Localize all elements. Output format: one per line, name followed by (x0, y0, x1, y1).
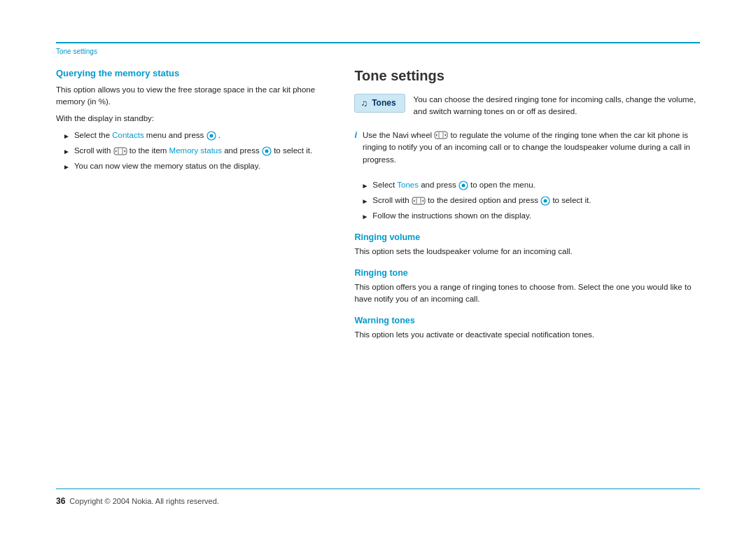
right-bullet-3: ► Follow the instructions shown on the d… (361, 210, 700, 222)
music-note-icon: ♫ (360, 98, 368, 108)
tones-link: Tones (397, 181, 419, 189)
footer-copyright: Copyright © 2004 Nokia. All rights reser… (69, 497, 219, 505)
right-bullet-2: ► Scroll with to the desired option and … (361, 195, 700, 206)
right-bullet-1: ► Select Tones and press to open the men… (361, 179, 700, 191)
warning-tones-title: Warning tones (354, 316, 700, 325)
right-bullet-arrow-1: ► (361, 181, 368, 191)
bullet-arrow-1: ► (63, 131, 70, 141)
svg-point-8 (265, 150, 268, 153)
svg-marker-17 (414, 199, 415, 202)
right-section-title: Tone settings (354, 68, 700, 84)
svg-marker-18 (422, 199, 424, 202)
left-bullet-2: ► Scroll with to the ite (63, 145, 326, 157)
memory-status-link: Memory status (169, 146, 222, 155)
left-bullet-3-text: You can now view the memory status on th… (74, 160, 260, 172)
ringing-tone-text: This option offers you a range of ringin… (354, 281, 700, 307)
press-icon-1 (206, 131, 218, 139)
right-bullet-3-text: Follow the instructions shown on the dis… (372, 210, 531, 222)
left-bullet-1: ► Select the Contacts menu and press . (63, 129, 326, 141)
right-bullet-arrow-2: ► (361, 196, 368, 206)
right-intro: ♫ Tones You can choose the desired ringi… (354, 94, 700, 120)
contacts-link: Contacts (112, 131, 144, 139)
left-bullet-3: ► You can now view the memory status on … (63, 160, 326, 172)
top-rule (56, 42, 700, 43)
svg-marker-3 (115, 150, 117, 153)
page-number: 36 (56, 496, 65, 506)
info-text: Use the Navi wheel to regulate the volum… (363, 129, 700, 167)
info-icon: i (354, 129, 357, 140)
left-bullet-1-text: Select the Contacts menu and press . (74, 129, 220, 141)
tones-badge-label: Tones (372, 98, 396, 108)
ringing-volume-text: This option sets the loudspeaker volume … (354, 246, 700, 258)
press-icon-2 (262, 146, 274, 155)
ringing-volume-title: Ringing volume (354, 232, 700, 242)
page-footer: 36 Copyright © 2004 Nokia. All rights re… (56, 489, 700, 506)
right-bullet-1-text: Select Tones and press to open the menu. (372, 179, 535, 191)
breadcrumb: Tone settings (56, 48, 700, 55)
left-intro-text: This option allows you to view the free … (56, 84, 326, 109)
content-area: Querying the memory status This option a… (56, 68, 700, 489)
right-bullet-arrow-3: ► (361, 211, 368, 222)
info-box: i Use the Navi wheel to regulate the vol… (354, 129, 700, 171)
svg-marker-10 (436, 134, 438, 136)
bullet-arrow-3: ► (63, 162, 70, 172)
right-bullet-list: ► Select Tones and press to open the men… (361, 179, 700, 223)
right-intro-text: You can choose the desired ringing tone … (414, 94, 700, 119)
svg-marker-4 (124, 150, 125, 153)
left-bullet-list: ► Select the Contacts menu and press . (63, 129, 326, 173)
right-bullet-2-text: Scroll with to the desired option and pr… (372, 195, 591, 206)
navi-icon-2 (113, 146, 130, 155)
left-section-title: Querying the memory status (56, 68, 326, 78)
svg-point-1 (209, 134, 213, 137)
bullet-arrow-2: ► (63, 146, 70, 157)
left-bullet-2-text: Scroll with to the item Memory status an… (74, 145, 312, 157)
warning-tones-text: This option lets you activate or deactiv… (354, 329, 700, 342)
svg-marker-11 (444, 134, 446, 136)
tones-badge: ♫ Tones (354, 94, 405, 113)
svg-point-22 (544, 199, 547, 203)
standby-label: With the display in standby: (56, 113, 326, 125)
svg-point-15 (461, 183, 465, 187)
ringing-tone-title: Ringing tone (354, 268, 700, 278)
left-column: Querying the memory status This option a… (56, 68, 326, 489)
right-column: Tone settings ♫ Tones You can choose the… (354, 68, 700, 489)
